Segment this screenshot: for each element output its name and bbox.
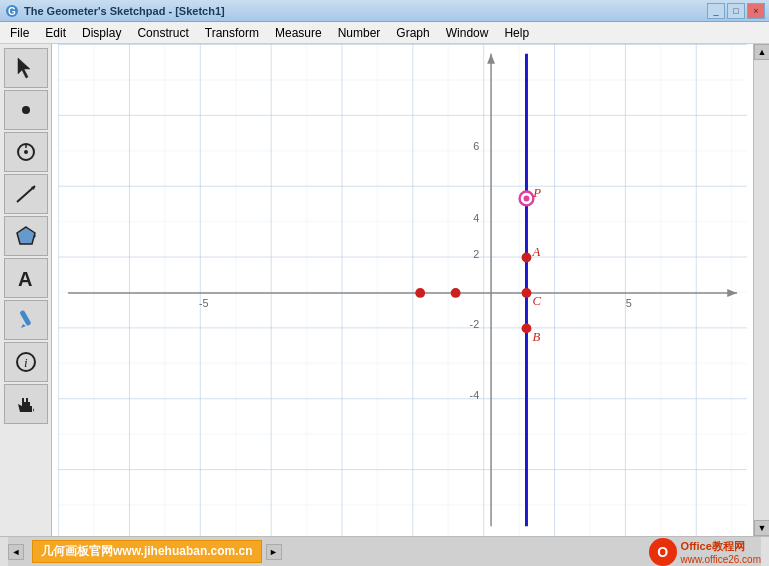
minimize-button[interactable]: _ <box>707 3 725 19</box>
svg-text:i: i <box>24 355 28 370</box>
compass-icon <box>14 140 38 164</box>
y-label-neg2: -2 <box>470 318 480 330</box>
scrollbar-track <box>754 60 769 520</box>
menu-file[interactable]: File <box>2 24 37 42</box>
toolbar: A i <box>0 44 52 536</box>
svg-marker-9 <box>17 227 35 244</box>
info-icon: i <box>14 350 38 374</box>
svg-rect-19 <box>58 44 747 536</box>
point-tool-button[interactable] <box>4 90 48 130</box>
point-B-label: B <box>532 330 540 344</box>
svg-marker-16 <box>18 398 32 412</box>
compass-tool-button[interactable] <box>4 132 48 172</box>
text-tool-button[interactable]: A <box>4 258 48 298</box>
maximize-button[interactable]: □ <box>727 3 745 19</box>
marker-tool-button[interactable] <box>4 300 48 340</box>
line-icon <box>14 182 38 206</box>
window-controls: _ □ × <box>707 3 765 19</box>
svg-text:G: G <box>8 6 16 17</box>
menu-help[interactable]: Help <box>496 24 537 42</box>
svg-marker-17 <box>33 408 34 412</box>
sketch-canvas: -5 5 6 4 2 -2 -4 A C B <box>52 44 753 536</box>
point-icon <box>14 98 38 122</box>
x-label-neg5: -5 <box>199 297 209 309</box>
window-title: The Geometer's Sketchpad - [Sketch1] <box>24 5 225 17</box>
hand-icon <box>14 392 38 416</box>
svg-marker-13 <box>21 324 26 328</box>
menu-measure[interactable]: Measure <box>267 24 330 42</box>
app-icon: G <box>4 3 20 19</box>
point-B <box>522 323 532 333</box>
svg-line-7 <box>17 186 35 202</box>
close-button[interactable]: × <box>747 3 765 19</box>
menu-number[interactable]: Number <box>330 24 389 42</box>
menu-construct[interactable]: Construct <box>129 24 196 42</box>
point-dot2 <box>451 288 461 298</box>
bottom-controls: ◄ 几何画板官网www.jihehuaban.com.cn ► O Office… <box>8 537 761 566</box>
y-label-neg4: -4 <box>470 389 480 401</box>
menu-graph[interactable]: Graph <box>388 24 437 42</box>
point-A <box>522 253 532 263</box>
office-url: www.office26.com <box>681 554 761 565</box>
y-label-4: 4 <box>473 212 479 224</box>
menu-edit[interactable]: Edit <box>37 24 74 42</box>
info-tool-button[interactable]: i <box>4 342 48 382</box>
select-tool-button[interactable] <box>4 48 48 88</box>
menu-window[interactable]: Window <box>438 24 497 42</box>
point-P-center <box>524 196 530 202</box>
status-bar: ◄ 几何画板官网www.jihehuaban.com.cn ► O Office… <box>0 536 769 566</box>
right-scrollbar[interactable]: ▲ ▼ <box>753 44 769 536</box>
y-label-2: 2 <box>473 248 479 260</box>
scroll-left-button[interactable]: ◄ <box>8 544 24 560</box>
line-tool-button[interactable] <box>4 174 48 214</box>
watermark-text: 几何画板官网www.jihehuaban.com.cn <box>32 540 262 563</box>
office-icon: O <box>649 538 677 566</box>
scroll-right-button[interactable]: ► <box>266 544 282 560</box>
menu-bar: File Edit Display Construct Transform Me… <box>0 22 769 44</box>
point-dot1 <box>415 288 425 298</box>
svg-point-3 <box>22 106 30 114</box>
point-C-label: C <box>532 294 541 308</box>
svg-point-5 <box>24 150 28 154</box>
hand-tool-button[interactable] <box>4 384 48 424</box>
polygon-tool-button[interactable] <box>4 216 48 256</box>
office-badge-label: Office教程网 <box>681 539 761 554</box>
marker-icon <box>14 308 38 332</box>
svg-rect-12 <box>19 310 31 326</box>
y-label-6: 6 <box>473 140 479 152</box>
office-badge: O Office教程网 www.office26.com <box>649 538 761 566</box>
x-label-5: 5 <box>626 297 632 309</box>
point-P-label: P <box>532 186 541 200</box>
text-icon: A <box>14 266 38 290</box>
svg-marker-2 <box>18 58 30 78</box>
scroll-up-button[interactable]: ▲ <box>754 44 769 60</box>
scroll-down-button[interactable]: ▼ <box>754 520 769 536</box>
menu-display[interactable]: Display <box>74 24 129 42</box>
polygon-icon <box>14 224 38 248</box>
title-bar: G The Geometer's Sketchpad - [Sketch1] _… <box>0 0 769 22</box>
arrow-icon <box>14 56 38 80</box>
point-A-label: A <box>531 245 540 259</box>
canvas-area[interactable]: -5 5 6 4 2 -2 -4 A C B <box>52 44 753 536</box>
menu-transform[interactable]: Transform <box>197 24 267 42</box>
svg-text:A: A <box>18 268 32 290</box>
point-C <box>522 288 532 298</box>
main-layout: A i <box>0 44 769 536</box>
